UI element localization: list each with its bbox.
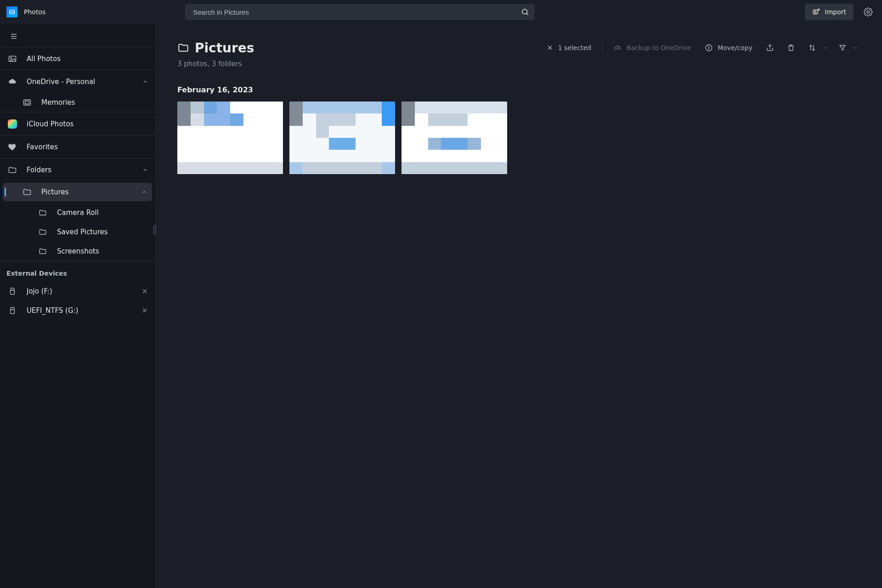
search-box[interactable] [185,4,534,20]
svg-rect-12 [11,310,15,314]
cloud-upload-icon [614,44,622,52]
clear-selection-button[interactable]: 1 selected [542,40,596,56]
eject-button[interactable] [141,307,148,314]
backup-onedrive-button[interactable]: Backup to OneDrive [609,40,695,56]
heart-icon [6,142,18,152]
sidebar-item-saved-pictures[interactable]: Saved Pictures [0,222,155,242]
sidebar-item-external-2[interactable]: UEFI_NTFS (G:) [0,301,155,320]
sidebar-item-memories[interactable]: Memories [0,93,155,112]
sidebar-item-folders[interactable]: Folders [0,158,155,181]
search-icon[interactable] [521,8,529,16]
sidebar: All Photos OneDrive - Personal Memories … [0,24,155,588]
sidebar-item-label: Folders [27,166,51,174]
icloud-icon [6,119,18,129]
memories-icon [21,98,33,107]
sidebar-item-label: iCloud Photos [27,120,74,128]
svg-point-13 [706,45,712,51]
toolbar: 1 selected Backup to OneDrive Move/copy [542,40,860,56]
photo-thumbnail[interactable] [401,102,507,174]
hamburger-icon [10,32,18,40]
import-icon [812,8,820,16]
sidebar-section-external: External Devices [0,261,155,282]
sidebar-item-label: Screenshots [57,247,99,255]
sidebar-item-label: OneDrive - Personal [27,78,95,86]
folder-icon [177,42,189,54]
svg-rect-2 [813,10,818,14]
sort-icon [808,44,816,52]
delete-button[interactable] [783,40,799,56]
folder-icon [37,247,49,255]
sidebar-item-label: Memories [41,98,75,107]
page-title: Pictures [195,40,254,56]
app-icon [6,6,17,17]
sidebar-item-label: Saved Pictures [57,228,108,236]
top-bar: Photos Import [0,0,882,24]
sidebar-item-external-1[interactable]: Jojo (F:) [0,282,155,301]
svg-point-3 [814,11,816,13]
main-content: Pictures 1 selected Backup to OneDrive [155,24,882,588]
sidebar-resize-handle[interactable] [152,217,158,243]
import-label: Import [825,8,846,16]
chevron-up-icon [142,79,148,85]
filter-dropdown[interactable] [851,45,860,51]
sidebar-item-pictures[interactable]: Pictures [3,183,152,201]
move-icon [705,44,713,52]
sort-dropdown[interactable] [820,45,830,51]
hamburger-button[interactable] [6,29,21,44]
sidebar-item-label: All Photos [27,55,61,63]
selected-count: 1 selected [558,44,591,51]
date-header: February 16, 2023 [177,85,860,94]
usb-drive-icon [6,287,18,295]
sidebar-item-label: Favorites [27,143,58,151]
import-button[interactable]: Import [805,4,854,20]
sidebar-item-label: Jojo (F:) [27,287,52,295]
gear-icon [864,7,873,17]
sidebar-item-screenshots[interactable]: Screenshots [0,242,155,261]
toolbar-label: Backup to OneDrive [627,44,691,51]
search-input[interactable] [192,8,521,17]
svg-point-6 [11,57,11,59]
share-icon [766,44,774,52]
settings-button[interactable] [860,4,876,20]
folder-icon [6,165,18,175]
photo-thumbnail[interactable] [177,102,283,174]
toolbar-label: Move/copy [718,44,752,51]
svg-rect-10 [11,290,15,294]
sidebar-item-all-photos[interactable]: All Photos [0,47,155,70]
chevron-up-icon [141,189,147,195]
eject-button[interactable] [141,288,148,295]
svg-point-1 [522,9,527,14]
photo-thumbnail[interactable] [289,102,395,174]
page-subline: 3 photos, 3 folders [177,60,860,68]
svg-rect-8 [25,101,29,104]
filter-button[interactable] [834,40,851,56]
trash-icon [787,44,795,52]
sort-button[interactable] [804,40,820,56]
usb-drive-icon [6,306,18,315]
share-button[interactable] [762,40,778,56]
chevron-up-icon [142,167,148,173]
photos-icon [6,54,18,63]
sidebar-item-label: UEFI_NTFS (G:) [27,306,78,315]
app-title: Photos [24,8,45,16]
sidebar-item-onedrive[interactable]: OneDrive - Personal [0,70,155,93]
folder-icon [21,187,33,197]
svg-point-4 [867,11,869,13]
chevron-down-icon [822,45,828,51]
onedrive-icon [6,77,18,86]
folder-icon [37,209,49,217]
sidebar-item-camera-roll[interactable]: Camera Roll [0,203,155,222]
move-copy-button[interactable]: Move/copy [700,40,757,56]
filter-icon [838,44,847,52]
sidebar-item-favorites[interactable]: Favorites [0,135,155,158]
sidebar-item-label: Pictures [41,188,68,196]
toolbar-divider [602,43,603,53]
close-icon [546,44,554,51]
chevron-down-icon [853,45,858,51]
folder-icon [37,228,49,236]
photo-grid [177,102,860,174]
sidebar-item-icloud[interactable]: iCloud Photos [0,112,155,135]
sidebar-item-label: Camera Roll [57,209,99,217]
